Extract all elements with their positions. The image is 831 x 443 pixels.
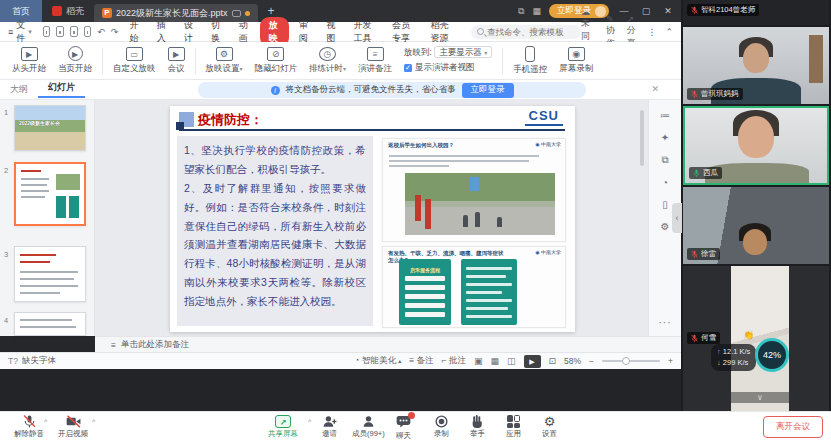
- video-tile-1[interactable]: 智科2104曾老师: [683, 0, 829, 25]
- leave-meeting-button[interactable]: 离开会议: [763, 416, 823, 438]
- unmute-button[interactable]: 解除静音: [14, 415, 44, 439]
- smart-beautify-button[interactable]: ◔ 智能美化 ▴: [354, 355, 401, 367]
- screen-record-button[interactable]: 屏幕录制: [553, 47, 599, 75]
- save-icon[interactable]: [43, 26, 51, 37]
- menu-tab-design[interactable]: 设计: [176, 19, 203, 45]
- search-input[interactable]: [487, 27, 575, 37]
- participant-3-chip: 西瓜: [689, 167, 722, 179]
- zoom-out-icon[interactable]: −: [589, 356, 594, 366]
- menu-tab-review[interactable]: 审阅: [291, 19, 318, 45]
- notes-toggle-button[interactable]: ≡ 备注: [409, 355, 433, 367]
- output-icon[interactable]: [56, 26, 64, 37]
- zoom-in-icon[interactable]: +: [668, 356, 673, 366]
- apps-grid-icon: [507, 415, 520, 428]
- apps-button[interactable]: 应用: [506, 415, 521, 439]
- panel-collapse-handle[interactable]: ‹: [672, 203, 682, 233]
- missing-font-label[interactable]: 缺失字体: [22, 355, 56, 367]
- phone-remote-icon: [525, 46, 535, 62]
- new-tab-button[interactable]: +: [258, 4, 285, 18]
- menu-tab-animation[interactable]: 动画: [230, 19, 257, 45]
- comment-bubble-icon: [232, 10, 241, 17]
- slide-canvas[interactable]: 疫情防控： CSU 1、坚决执行学校的疫情防控政策，希望家长们配合，积极引导孩子…: [95, 100, 648, 336]
- mic-options-chevron[interactable]: ^: [44, 418, 47, 425]
- menu-tab-devtools[interactable]: 开发工具: [345, 19, 384, 45]
- normal-view-icon[interactable]: ▣: [474, 356, 483, 366]
- banner-close-icon[interactable]: ✕: [651, 84, 659, 94]
- file-menu[interactable]: ≡ 文件 ▾: [0, 19, 40, 45]
- outline-pane-tab[interactable]: 大纲: [0, 83, 38, 96]
- video-options-chevron[interactable]: ^: [92, 418, 95, 425]
- slide-thumbnail-3[interactable]: [14, 246, 86, 302]
- video-tile-2[interactable]: 曾琪琪妈妈: [683, 27, 829, 104]
- annotate-button[interactable]: ⌐ 批注: [442, 355, 466, 367]
- zoom-slider-handle[interactable]: [622, 357, 630, 365]
- slide-thumbnail-1[interactable]: 2022级新生家长会: [14, 105, 86, 151]
- object-properties-icon[interactable]: ≔: [660, 110, 670, 121]
- start-video-button[interactable]: 开启视频: [58, 415, 88, 439]
- split-view-icon[interactable]: ⧉: [518, 6, 524, 17]
- settings-tool-icon[interactable]: ⚙: [661, 221, 670, 232]
- preview-icon[interactable]: [84, 26, 92, 37]
- redo-icon[interactable]: ↷: [111, 27, 119, 37]
- from-current-button[interactable]: 当页开始: [52, 46, 98, 75]
- menu-tab-member[interactable]: 会员专享: [384, 19, 423, 45]
- speaker-notes-button[interactable]: 演讲备注: [352, 47, 398, 75]
- more-icon[interactable]: ⋮: [647, 27, 656, 37]
- canvas-scrollbar[interactable]: [640, 110, 644, 166]
- reading-view-icon[interactable]: ◫: [507, 356, 516, 366]
- settings-button[interactable]: ⚙ 设置: [542, 415, 557, 439]
- current-slide[interactable]: 疫情防控： CSU 1、坚决执行学校的疫情防控政策，希望家长们配合，积极引导孩子…: [170, 106, 575, 332]
- notes-strip[interactable]: ≡ 单击此处添加备注: [95, 336, 681, 352]
- undo-icon[interactable]: ↶: [97, 27, 105, 37]
- members-button[interactable]: 成员(99+): [352, 415, 385, 439]
- hide-slide-button[interactable]: 隐藏幻灯片: [249, 47, 304, 75]
- print-icon[interactable]: [70, 26, 78, 37]
- fit-page-icon[interactable]: ⊡: [549, 356, 557, 366]
- video-tile-3-active-speaker[interactable]: 西瓜: [683, 106, 829, 185]
- banner-login-button[interactable]: 立即登录: [462, 83, 514, 98]
- menu-tab-docer-res[interactable]: 稻壳资源: [422, 19, 461, 45]
- from-beginning-button[interactable]: 从头开始: [6, 47, 52, 75]
- slide-body-text: 1、坚决执行学校的疫情防控政策，希望家长们配合，积极引导孩子。 2、及时了解群里…: [177, 136, 373, 326]
- zoom-slider[interactable]: [602, 360, 660, 362]
- slide-thumbnail-2-selected[interactable]: [14, 162, 86, 226]
- muted-mic-icon: [691, 250, 698, 259]
- video-tile-5[interactable]: 何雪 👏 ↑ 12.1 K/s ↓ 299 K/s 42% ∨: [683, 266, 829, 411]
- menu-tab-start[interactable]: 开始: [121, 19, 148, 45]
- collapse-ribbon-icon[interactable]: ⌃: [665, 27, 673, 37]
- video-tile-4[interactable]: 徐雷: [683, 187, 829, 264]
- slide-thumbnail-4[interactable]: [14, 312, 86, 336]
- custom-show-button[interactable]: 自定义放映: [107, 47, 162, 75]
- missing-font-icon[interactable]: T?: [8, 356, 18, 366]
- more-tools-icon[interactable]: ···: [659, 317, 672, 328]
- phone-connect-icon[interactable]: ▯: [662, 199, 668, 210]
- play-slideshow-button[interactable]: ▶: [524, 355, 541, 368]
- display-to-select[interactable]: 主要显示器 ▾: [434, 46, 492, 58]
- beautify-wand-icon[interactable]: ✦: [661, 132, 669, 143]
- duplicate-icon[interactable]: ⧉: [661, 154, 668, 166]
- menu-tab-view[interactable]: 视图: [318, 19, 345, 45]
- sorter-view-icon[interactable]: ▦: [490, 356, 499, 366]
- zoom-level[interactable]: 58%: [564, 356, 581, 366]
- rehearse-timing-button[interactable]: 排练计时▾: [303, 47, 352, 75]
- participant-1-chip: 智科2104曾老师: [687, 4, 759, 16]
- collapse-tile-chevron-icon[interactable]: ∨: [731, 392, 789, 403]
- workspace-grid-icon[interactable]: ▦: [532, 6, 541, 16]
- share-screen-button[interactable]: 共享屏幕: [268, 415, 298, 439]
- record-button[interactable]: 录制: [434, 415, 449, 439]
- show-settings-button[interactable]: 放映设置▾: [200, 47, 249, 75]
- share-options-chevron[interactable]: ^: [308, 418, 311, 425]
- slides-pane-tab[interactable]: 幻灯片: [38, 81, 85, 98]
- command-search[interactable]: [471, 25, 581, 39]
- menu-tab-insert[interactable]: 插入: [149, 19, 176, 45]
- menu-tab-transition[interactable]: 切换: [203, 19, 230, 45]
- meeting-button[interactable]: 会议: [162, 47, 191, 75]
- chat-button[interactable]: 聊天: [396, 415, 411, 441]
- phone-remote-button[interactable]: 手机遥控: [507, 46, 553, 76]
- invite-button[interactable]: 邀请: [322, 415, 337, 439]
- muted-mic-icon: [691, 334, 698, 343]
- raise-hand-button[interactable]: 举手: [470, 415, 485, 439]
- chart-tool-icon[interactable]: ◔: [662, 177, 668, 188]
- presenter-view-checkbox[interactable]: ✓显示演讲者视图: [404, 62, 492, 74]
- docer-tab[interactable]: 稻壳: [42, 0, 94, 22]
